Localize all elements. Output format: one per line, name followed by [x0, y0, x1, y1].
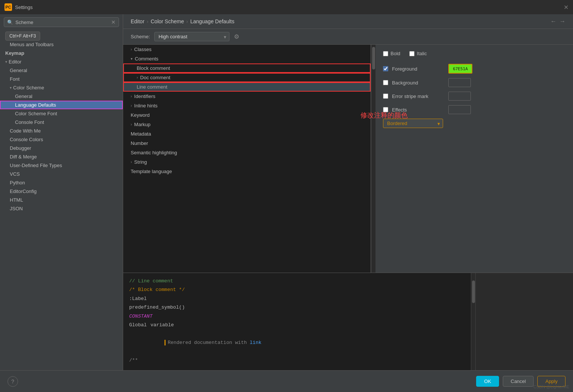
help-button[interactable]: ? [8, 376, 18, 387]
back-button[interactable]: ← [550, 18, 556, 25]
sidebar-item-label: Editor [9, 59, 21, 65]
sidebar-item-label: User-Defined File Types [10, 163, 62, 168]
sidebar-item-vcs[interactable]: VCS [0, 170, 123, 178]
sidebar-item-language-defaults[interactable]: Language Defaults [0, 101, 123, 109]
breadcrumb-nav: ← → [550, 18, 565, 25]
code-block-comment: /* Block comment */ [129, 285, 465, 294]
cat-semantic-highlighting[interactable]: Semantic highlighting [123, 148, 371, 157]
category-list: › Classes ▾ Comments Block comment › [123, 45, 371, 273]
cat-item-label: Doc comment [140, 75, 170, 80]
italic-checkbox[interactable] [409, 51, 415, 56]
italic-label: Italic [417, 51, 427, 56]
effects-style-dropdown[interactable]: Bordered Underscored Bold Underscored Do… [383, 119, 443, 128]
style-row: Bold Italic [383, 51, 565, 56]
cat-inline-hints[interactable]: › Inline hints [123, 101, 371, 110]
close-icon[interactable]: ✕ [564, 4, 568, 11]
cat-identifiers[interactable]: › Identifiers [123, 92, 371, 101]
category-scrollbar[interactable] [371, 45, 375, 273]
background-row: Background [383, 78, 565, 87]
search-bar: 🔍 ✕ Ctrl+F Alt+F3 [0, 14, 123, 30]
panel-upper: › Classes ▾ Comments Block comment › [123, 45, 573, 273]
window-title: Settings [15, 5, 33, 10]
scheme-row: Scheme: High contrast Darcula IntelliJ L… [123, 29, 573, 45]
sidebar-item-user-defined[interactable]: User-Defined File Types [0, 161, 123, 170]
sidebar-item-html[interactable]: HTML [0, 196, 123, 204]
sidebar-item-diff-merge[interactable]: Diff & Merge [0, 152, 123, 161]
foreground-color-swatch[interactable]: 67E51A [448, 64, 472, 74]
error-stripe-color-swatch[interactable] [448, 92, 471, 101]
watermark: CSDN @LighterME [533, 384, 569, 389]
search-clear-button[interactable]: ✕ [111, 19, 116, 25]
cat-markup[interactable]: › Markup [123, 120, 371, 129]
scheme-dropdown-wrapper: High contrast Darcula IntelliJ Light Mon… [154, 32, 229, 41]
foreground-row: Foreground 67E51A [383, 64, 565, 74]
sidebar-item-label: Keymap [5, 50, 24, 56]
code-line-comment: // Line comment [129, 277, 465, 285]
sidebar-item-menus[interactable]: Menus and Toolbars [0, 40, 123, 49]
cat-item-label: Number [131, 140, 148, 146]
cat-keyword[interactable]: Keyword [123, 110, 371, 120]
search-input[interactable] [15, 20, 109, 25]
chevron-down-icon: ▾ [131, 57, 133, 61]
sidebar-item-editor[interactable]: ▾ Editor [0, 57, 123, 66]
cat-metadata[interactable]: Metadata [123, 129, 371, 139]
sidebar-item-debugger[interactable]: Debugger [0, 144, 123, 152]
cat-number[interactable]: Number [123, 139, 371, 148]
sidebar-item-editorconfig[interactable]: EditorConfig [0, 187, 123, 196]
sidebar: 🔍 ✕ Ctrl+F Alt+F3 ▾ Appearance Menus and… [0, 14, 123, 370]
cat-template-language[interactable]: Template language [123, 167, 371, 176]
scrollbar-thumb [372, 47, 375, 69]
scheme-dropdown[interactable]: High contrast Darcula IntelliJ Light Mon… [154, 32, 229, 41]
tooltip-box: Ctrl+F Alt+F3 [5, 32, 40, 41]
cat-doc-comment[interactable]: › Doc comment [123, 73, 371, 82]
background-checkbox[interactable] [383, 80, 388, 85]
sidebar-item-console-font[interactable]: Console Font [0, 118, 123, 127]
cat-item-label: Identifiers [134, 93, 155, 99]
bold-checkbox-label[interactable]: Bold [383, 51, 400, 56]
sidebar-item-font[interactable]: Font [0, 75, 123, 83]
panel-lower: // Line comment /* Block comment */ :Lab… [123, 273, 573, 370]
sidebar-item-keymap[interactable]: Keymap [0, 49, 123, 57]
cat-item-label: Comments [135, 56, 158, 62]
sidebar-item-general[interactable]: General [0, 66, 123, 75]
cat-string[interactable]: › String [123, 157, 371, 167]
search-icon: 🔍 [7, 20, 13, 25]
breadcrumb-color-scheme: Color Scheme [151, 18, 184, 24]
foreground-checkbox[interactable] [383, 66, 388, 71]
sidebar-item-label: Console Colors [10, 137, 43, 142]
cancel-button[interactable]: Cancel [503, 376, 534, 387]
background-color-swatch[interactable] [448, 78, 471, 87]
effects-checkbox[interactable] [383, 107, 388, 112]
sidebar-item-label: Font [10, 76, 20, 82]
cat-item-label: Line comment [137, 84, 167, 90]
ok-button[interactable]: OK [476, 376, 499, 387]
code-predef: predefined_symbol() [129, 303, 465, 312]
bold-checkbox[interactable] [383, 51, 388, 56]
sidebar-item-console-colors[interactable]: Console Colors [0, 135, 123, 144]
sidebar-item-json[interactable]: JSON [0, 204, 123, 213]
app-icon: PC [5, 3, 12, 11]
effects-color-swatch[interactable] [448, 105, 471, 114]
cat-line-comment[interactable]: Line comment [123, 82, 371, 92]
sidebar-item-label: Color Scheme [13, 85, 44, 90]
cat-comments[interactable]: ▾ Comments [123, 54, 371, 63]
effects-label: Effects [392, 107, 445, 113]
scheme-label: Scheme: [131, 34, 150, 39]
cat-classes[interactable]: › Classes [123, 45, 371, 54]
breadcrumb-editor: Editor [131, 18, 145, 24]
sidebar-item-label: HTML [10, 197, 23, 203]
code-scrollbar[interactable] [471, 273, 475, 370]
sidebar-item-color-scheme[interactable]: ▾ Color Scheme [0, 83, 123, 92]
error-stripe-checkbox[interactable] [383, 93, 388, 99]
forward-button[interactable]: → [559, 18, 565, 25]
cat-item-label: Block comment [137, 65, 170, 71]
cat-block-comment[interactable]: Block comment [123, 63, 371, 73]
italic-checkbox-label[interactable]: Italic [409, 51, 427, 56]
sidebar-item-python[interactable]: Python [0, 178, 123, 187]
cat-item-label: String [134, 159, 147, 165]
sidebar-item-cs-general[interactable]: General [0, 92, 123, 101]
scheme-settings-button[interactable]: ⚙ [234, 33, 239, 40]
nav-tree: ▾ Appearance Menus and Toolbars Keymap ▾… [0, 30, 123, 370]
sidebar-item-code-with-me[interactable]: Code With Me [0, 127, 123, 135]
sidebar-item-cs-font[interactable]: Color Scheme Font [0, 109, 123, 118]
